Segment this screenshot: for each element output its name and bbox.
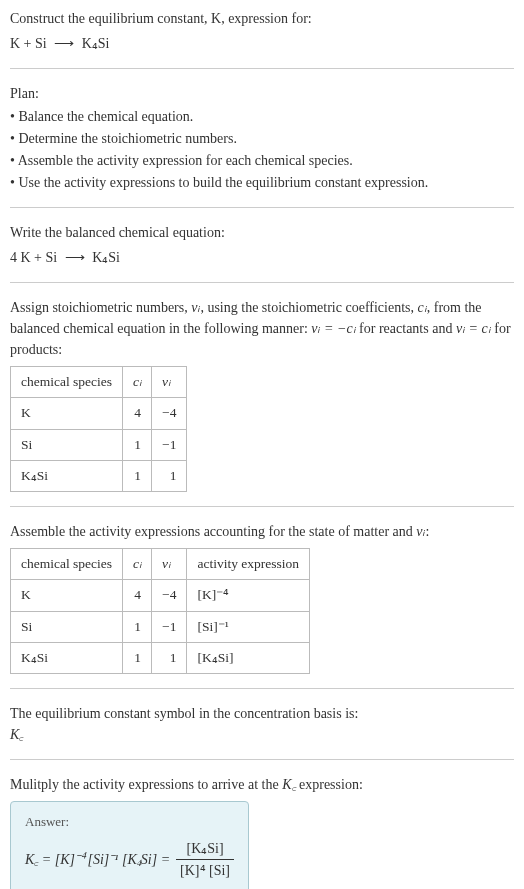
text: for reactants and [356,321,456,336]
col-ci: cᵢ [123,549,152,580]
plan-list: • Balance the chemical equation. • Deter… [10,106,514,193]
answer-box: Answer: K꜀ = [K]⁻⁴ [Si]⁻¹ [K₄Si] = [K₄Si… [10,801,249,889]
table-row: Si 1 −1 [Si]⁻¹ [11,611,310,642]
stoich-intro: Assign stoichiometric numbers, νᵢ, using… [10,297,514,360]
col-species: chemical species [11,549,123,580]
col-vi: νᵢ [152,367,187,398]
cell-species: K [11,580,123,611]
cell-ci: 1 [123,429,152,460]
plan-item: • Balance the chemical equation. [10,106,514,127]
table-row: K 4 −4 [11,398,187,429]
stoich-table: chemical species cᵢ νᵢ K 4 −4 Si 1 −1 K₄… [10,366,187,492]
cell-ae: [K]⁻⁴ [187,580,310,611]
text: Assign stoichiometric numbers, [10,300,191,315]
prompt-eq-rhs: K₄Si [82,36,110,51]
text: : [426,524,430,539]
cell-species: Si [11,429,123,460]
col-vi: νᵢ [152,549,187,580]
symbol-line: The equilibrium constant symbol in the c… [10,703,514,724]
cell-species: K₄Si [11,460,123,491]
cell-vi: −4 [152,580,187,611]
cell-ci: 1 [123,611,152,642]
divider [10,68,514,69]
cell-species: Si [11,611,123,642]
fraction-numerator: [K₄Si] [182,838,227,859]
answer-label: Answer: [25,812,234,832]
divider [10,282,514,283]
divider [10,207,514,208]
cell-ci: 1 [123,460,152,491]
kc-expression: K꜀ = [K]⁻⁴ [Si]⁻¹ [K₄Si] = [K₄Si] [K]⁴ [… [25,838,234,881]
activity-block: Assemble the activity expressions accoun… [10,521,514,674]
balanced-equation: 4 K + Si ⟶ K₄Si [10,247,514,268]
fraction: [K₄Si] [K]⁴ [Si] [176,838,234,881]
text: , using the stoichiometric coefficients, [200,300,417,315]
c-i: cᵢ [418,300,427,315]
table-header-row: chemical species cᵢ νᵢ [11,367,187,398]
text: Mulitply the activity expressions to arr… [10,777,282,792]
question-block: Construct the equilibrium constant, K, e… [10,8,514,54]
kc: K꜀ [282,777,295,792]
balanced-eq-lhs: 4 K + Si [10,250,57,265]
divider [10,759,514,760]
kc-symbol: K꜀ [10,724,514,745]
plan-item: • Assemble the activity expression for e… [10,150,514,171]
cell-ci: 4 [123,398,152,429]
text: Assemble the activity expressions accoun… [10,524,416,539]
kc-lhs: K꜀ = [K]⁻⁴ [Si]⁻¹ [K₄Si] = [25,849,170,870]
balanced-block: Write the balanced chemical equation: 4 … [10,222,514,268]
plan-block: Plan: • Balance the chemical equation. •… [10,83,514,193]
cell-ci: 4 [123,580,152,611]
cell-species: K₄Si [11,642,123,673]
prompt-line1: Construct the equilibrium constant, K, e… [10,8,514,29]
multiply-intro: Mulitply the activity expressions to arr… [10,774,514,795]
table-row: K₄Si 1 1 [11,460,187,491]
cell-vi: −1 [152,429,187,460]
cell-ae: [K₄Si] [187,642,310,673]
fraction-denominator: [K]⁴ [Si] [176,860,234,881]
relation: νᵢ = −cᵢ [311,321,355,336]
table-header-row: chemical species cᵢ νᵢ activity expressi… [11,549,310,580]
col-ci: cᵢ [123,367,152,398]
arrow-icon: ⟶ [54,36,74,51]
multiply-block: Mulitply the activity expressions to arr… [10,774,514,889]
cell-vi: −4 [152,398,187,429]
col-ae: activity expression [187,549,310,580]
relation: νᵢ = cᵢ [456,321,491,336]
cell-ci: 1 [123,642,152,673]
prompt-equation: K + Si ⟶ K₄Si [10,33,514,54]
plan-item: • Determine the stoichiometric numbers. [10,128,514,149]
cell-species: K [11,398,123,429]
stoich-block: Assign stoichiometric numbers, νᵢ, using… [10,297,514,492]
text: expression: [296,777,363,792]
plan-item: • Use the activity expressions to build … [10,172,514,193]
nu-i: νᵢ [416,524,425,539]
table-row: K₄Si 1 1 [K₄Si] [11,642,310,673]
activity-intro: Assemble the activity expressions accoun… [10,521,514,542]
cell-vi: 1 [152,460,187,491]
symbol-block: The equilibrium constant symbol in the c… [10,703,514,745]
table-row: K 4 −4 [K]⁻⁴ [11,580,310,611]
col-species: chemical species [11,367,123,398]
prompt-eq-lhs: K + Si [10,36,47,51]
activity-table: chemical species cᵢ νᵢ activity expressi… [10,548,310,674]
cell-vi: 1 [152,642,187,673]
divider [10,688,514,689]
table-row: Si 1 −1 [11,429,187,460]
plan-title: Plan: [10,83,514,104]
cell-ae: [Si]⁻¹ [187,611,310,642]
divider [10,506,514,507]
arrow-icon: ⟶ [65,250,85,265]
balanced-eq-rhs: K₄Si [92,250,120,265]
cell-vi: −1 [152,611,187,642]
balanced-title: Write the balanced chemical equation: [10,222,514,243]
